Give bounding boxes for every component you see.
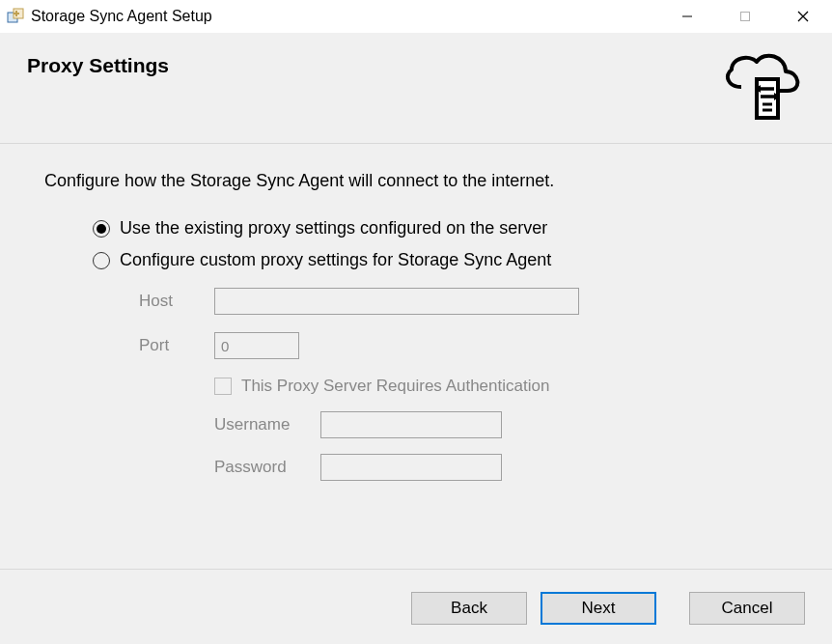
svg-rect-3 bbox=[14, 13, 19, 14]
custom-proxy-form: Host Port This Proxy Server Requires Aut… bbox=[139, 288, 793, 481]
radio-custom-proxy[interactable]: Configure custom proxy settings for Stor… bbox=[93, 250, 793, 270]
password-input[interactable] bbox=[320, 454, 502, 481]
password-label: Password bbox=[214, 458, 320, 477]
radio-label: Use the existing proxy settings configur… bbox=[120, 218, 547, 238]
host-input[interactable] bbox=[214, 288, 579, 315]
port-label: Port bbox=[139, 336, 214, 355]
wizard-header: Proxy Settings bbox=[0, 33, 832, 144]
username-label: Username bbox=[214, 415, 320, 434]
wizard-footer: Back Next Cancel bbox=[0, 569, 832, 644]
installer-icon bbox=[6, 7, 25, 26]
auth-checkbox-row[interactable]: This Proxy Server Requires Authenticatio… bbox=[214, 377, 793, 396]
page-title: Proxy Settings bbox=[27, 54, 169, 77]
cancel-button[interactable]: Cancel bbox=[689, 592, 805, 625]
radio-icon bbox=[93, 220, 110, 238]
radio-icon bbox=[93, 252, 110, 269]
username-input[interactable] bbox=[320, 411, 502, 438]
checkbox-icon bbox=[214, 378, 232, 395]
wizard-content: Configure how the Storage Sync Agent wil… bbox=[0, 144, 832, 569]
svg-rect-5 bbox=[741, 13, 750, 21]
window-title: Storage Sync Agent Setup bbox=[31, 8, 658, 25]
radio-use-existing[interactable]: Use the existing proxy settings configur… bbox=[93, 218, 793, 238]
host-label: Host bbox=[139, 292, 214, 311]
close-button[interactable] bbox=[774, 0, 832, 33]
cloud-sync-icon bbox=[718, 50, 805, 126]
description-text: Configure how the Storage Sync Agent wil… bbox=[44, 171, 793, 191]
radio-label: Configure custom proxy settings for Stor… bbox=[120, 250, 551, 270]
next-button[interactable]: Next bbox=[541, 592, 656, 625]
port-input[interactable] bbox=[214, 332, 299, 359]
minimize-button[interactable] bbox=[658, 0, 716, 33]
maximize-button bbox=[716, 0, 774, 33]
auth-checkbox-label: This Proxy Server Requires Authenticatio… bbox=[241, 377, 549, 396]
title-bar: Storage Sync Agent Setup bbox=[0, 0, 832, 33]
back-button[interactable]: Back bbox=[411, 592, 527, 625]
window-controls bbox=[658, 0, 832, 33]
